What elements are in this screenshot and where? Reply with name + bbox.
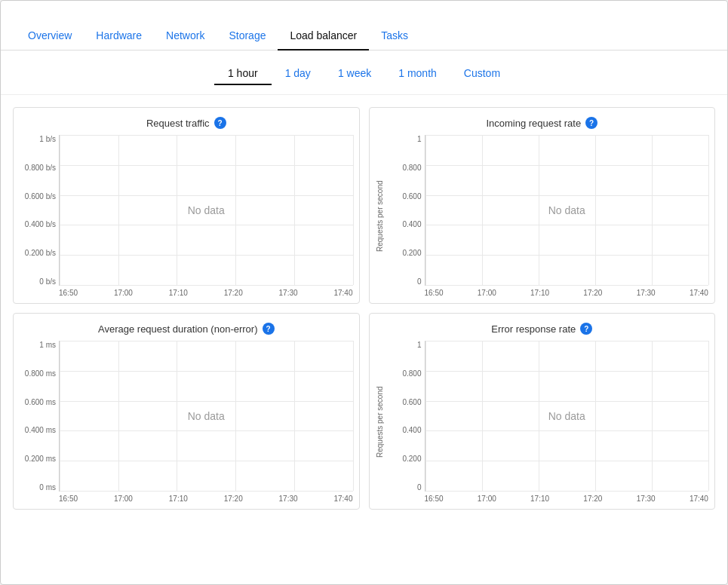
y-label: 0.200 ms xyxy=(25,455,56,463)
chart-title-incoming-request-rate: Incoming request rate xyxy=(486,118,581,129)
chart-area-request-traffic: 1 b/s0.800 b/s0.600 b/s0.400 b/s0.200 b/… xyxy=(20,135,353,297)
time-tabs: 1 hour1 day1 week1 monthCustom xyxy=(1,51,727,95)
help-icon-error-response-rate[interactable]: ? xyxy=(580,323,592,335)
y-label: 0 xyxy=(417,483,422,492)
x-axis-avg-request-duration: 16:5017:0017:1017:2017:3017:40 xyxy=(59,495,353,503)
x-label: 17:30 xyxy=(637,289,656,297)
x-axis-request-traffic: 16:5017:0017:1017:2017:3017:40 xyxy=(59,289,353,297)
x-label: 17:30 xyxy=(279,289,298,297)
help-icon-avg-request-duration[interactable]: ? xyxy=(263,323,275,335)
nav-tab-load-balancer[interactable]: Load balancer xyxy=(278,22,369,51)
modal: OverviewHardwareNetworkStorageLoad balan… xyxy=(0,0,728,585)
x-label: 17:10 xyxy=(530,289,549,297)
chart-panel-incoming-request-rate: Incoming request rate?Requests per secon… xyxy=(369,107,716,304)
nav-tab-network[interactable]: Network xyxy=(154,22,217,51)
x-label: 17:00 xyxy=(114,289,133,297)
y-label: 0.800 ms xyxy=(25,369,56,378)
no-data-label-error-response-rate: No data xyxy=(548,410,585,422)
x-label: 17:30 xyxy=(637,495,656,503)
x-axis-error-response-rate: 16:5017:0017:1017:2017:3017:40 xyxy=(425,495,709,503)
chart-title-row-incoming-request-rate: Incoming request rate? xyxy=(376,117,709,129)
x-label: 17:20 xyxy=(583,289,602,297)
y-label: 0 xyxy=(417,277,422,286)
x-label: 17:20 xyxy=(224,289,243,297)
x-label: 17:40 xyxy=(690,495,708,503)
chart-area-error-response-rate: Requests per second10.8000.6000.4000.200… xyxy=(376,341,709,503)
x-label: 17:30 xyxy=(279,495,298,503)
nav-tab-hardware[interactable]: Hardware xyxy=(84,22,154,51)
chart-panel-request-traffic: Request traffic?1 b/s0.800 b/s0.600 b/s0… xyxy=(13,107,360,304)
chart-area-incoming-request-rate: Requests per second10.8000.6000.4000.200… xyxy=(376,135,709,297)
y-axis-incoming-request-rate: 10.8000.6000.4000.2000 xyxy=(386,135,425,286)
y-label: 0 ms xyxy=(39,483,56,492)
x-label: 17:10 xyxy=(169,289,188,297)
y-label: 0.400 xyxy=(402,426,421,434)
x-label: 16:50 xyxy=(425,289,444,297)
chart-area-avg-request-duration: 1 ms0.800 ms0.600 ms0.400 ms0.200 ms0 ms… xyxy=(20,341,353,503)
y-label: 0.600 xyxy=(402,398,421,406)
x-label: 17:00 xyxy=(478,289,496,297)
x-label: 17:40 xyxy=(333,495,352,503)
x-label: 17:00 xyxy=(478,495,496,503)
no-data-label-request-traffic: No data xyxy=(188,204,225,216)
y-axis-rotated-label-incoming-request-rate: Requests per second xyxy=(376,135,384,297)
time-tab-1-month[interactable]: 1 month xyxy=(385,63,450,85)
chart-grid-request-traffic: No data xyxy=(59,135,353,286)
nav-tab-overview[interactable]: Overview xyxy=(16,22,84,51)
y-label: 1 xyxy=(417,135,422,143)
x-axis-incoming-request-rate: 16:5017:0017:1017:2017:3017:40 xyxy=(425,289,709,297)
modal-header xyxy=(1,1,727,13)
x-label: 17:20 xyxy=(583,495,602,503)
x-label: 17:20 xyxy=(224,495,243,503)
chart-grid-avg-request-duration: No data xyxy=(59,341,353,492)
chart-title-row-request-traffic: Request traffic? xyxy=(20,117,353,129)
no-data-label-incoming-request-rate: No data xyxy=(548,204,585,216)
x-label: 16:50 xyxy=(425,495,444,503)
y-label: 0.200 xyxy=(402,455,421,463)
help-icon-request-traffic[interactable]: ? xyxy=(214,117,226,129)
y-label: 0.800 b/s xyxy=(25,164,56,172)
chart-title-row-error-response-rate: Error response rate? xyxy=(376,323,709,335)
y-axis-avg-request-duration: 1 ms0.800 ms0.600 ms0.400 ms0.200 ms0 ms xyxy=(20,341,59,492)
y-label: 0.800 xyxy=(402,369,421,378)
x-label: 16:50 xyxy=(59,495,78,503)
y-label: 0.400 b/s xyxy=(25,220,56,228)
no-data-label-avg-request-duration: No data xyxy=(188,410,225,422)
nav-tab-storage[interactable]: Storage xyxy=(217,22,278,51)
x-label: 17:40 xyxy=(333,289,352,297)
x-label: 17:10 xyxy=(169,495,188,503)
time-tab-1-day[interactable]: 1 day xyxy=(272,63,324,85)
y-axis-rotated-label-error-response-rate: Requests per second xyxy=(376,341,384,503)
x-label: 17:40 xyxy=(690,289,708,297)
y-label: 0.200 xyxy=(402,249,421,257)
y-label: 0.600 xyxy=(402,192,421,201)
y-label: 1 ms xyxy=(39,341,56,349)
x-label: 17:10 xyxy=(530,495,549,503)
y-label: 0 b/s xyxy=(39,277,56,286)
chart-title-avg-request-duration: Average request duration (non-error) xyxy=(98,323,258,335)
chart-title-row-avg-request-duration: Average request duration (non-error)? xyxy=(20,323,353,335)
help-icon-incoming-request-rate[interactable]: ? xyxy=(585,117,597,129)
chart-panel-error-response-rate: Error response rate?Requests per second1… xyxy=(369,313,716,510)
y-label: 1 b/s xyxy=(39,135,56,143)
chart-title-request-traffic: Request traffic xyxy=(146,118,210,129)
time-tab-1-hour[interactable]: 1 hour xyxy=(214,63,272,85)
nav-tabs: OverviewHardwareNetworkStorageLoad balan… xyxy=(1,22,727,51)
y-label: 0.600 b/s xyxy=(25,192,56,201)
y-axis-error-response-rate: 10.8000.6000.4000.2000 xyxy=(386,341,425,492)
chart-grid-incoming-request-rate: No data xyxy=(425,135,709,286)
y-label: 0.400 xyxy=(402,220,421,228)
nav-tab-tasks[interactable]: Tasks xyxy=(369,22,420,51)
time-tab-1-week[interactable]: 1 week xyxy=(324,63,385,85)
chart-grid-error-response-rate: No data xyxy=(425,341,709,492)
y-label: 1 xyxy=(417,341,422,349)
time-tab-custom[interactable]: Custom xyxy=(450,63,514,85)
y-label: 0.600 ms xyxy=(25,398,56,406)
charts-grid: Request traffic?1 b/s0.800 b/s0.600 b/s0… xyxy=(1,95,727,522)
y-label: 0.400 ms xyxy=(25,426,56,434)
y-label: 0.800 xyxy=(402,164,421,172)
y-axis-request-traffic: 1 b/s0.800 b/s0.600 b/s0.400 b/s0.200 b/… xyxy=(20,135,59,286)
y-label: 0.200 b/s xyxy=(25,249,56,257)
chart-title-error-response-rate: Error response rate xyxy=(491,323,576,335)
x-label: 16:50 xyxy=(59,289,78,297)
